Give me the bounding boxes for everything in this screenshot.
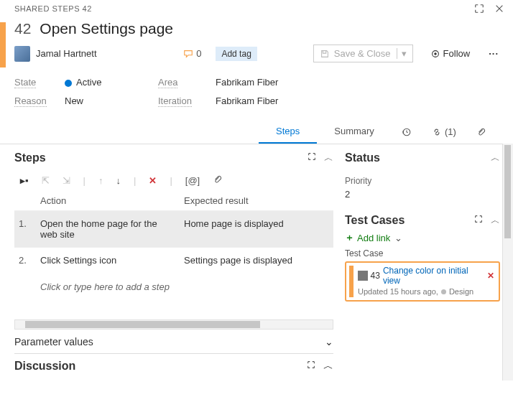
tab-history[interactable]	[392, 120, 422, 144]
col-expected: Expected result	[184, 195, 249, 206]
add-link-button[interactable]: ＋ Add link ⌄	[345, 231, 500, 244]
expand-icon[interactable]	[473, 214, 484, 227]
avatar	[14, 46, 30, 62]
linked-updated: Updated 15 hours ago,	[358, 287, 438, 296]
test-cases-heading: Test Cases	[345, 214, 405, 227]
horizontal-scrollbar[interactable]	[14, 319, 333, 330]
move-up-icon[interactable]: ↑	[98, 175, 103, 186]
breadcrumb: SHARED STEPS 42	[14, 4, 92, 13]
attach-icon[interactable]	[213, 174, 223, 187]
collapse-icon[interactable]: ︿	[323, 360, 333, 373]
add-step-placeholder[interactable]: Click or type here to add a step	[14, 273, 333, 301]
reason-label: Reason	[14, 95, 47, 107]
parameter-values-heading[interactable]: Parameter values	[14, 336, 93, 347]
comment-icon[interactable]: 0	[183, 48, 201, 59]
state-label: State	[14, 77, 36, 88]
avatar	[358, 271, 368, 281]
area-field[interactable]: Fabrikam Fiber	[216, 77, 359, 88]
insert-shared-icon[interactable]: ⇱	[42, 175, 50, 186]
reason-field[interactable]: New	[65, 95, 158, 107]
assignee-field[interactable]: Jamal Hartnett	[36, 48, 97, 59]
plus-icon: ＋	[345, 231, 354, 244]
move-down-icon[interactable]: ↓	[116, 175, 121, 186]
vertical-scrollbar[interactable]	[502, 144, 513, 381]
area-label: Area	[158, 77, 177, 88]
more-actions-icon[interactable]: ···	[486, 48, 502, 59]
create-shared-icon[interactable]: ⇲	[63, 175, 70, 186]
tab-summary[interactable]: Summary	[317, 120, 392, 144]
chevron-down-icon[interactable]: ⌄	[394, 233, 402, 243]
step-row[interactable]: 1. Open the home page for the web site H…	[14, 210, 333, 247]
workitem-title[interactable]: Open Settings page	[40, 20, 173, 37]
col-action: Action	[40, 195, 184, 206]
chevron-down-icon[interactable]: ⌄	[325, 336, 333, 347]
priority-field[interactable]: 2	[345, 189, 500, 200]
chevron-down-icon[interactable]: ▾	[397, 48, 407, 59]
delete-step-icon[interactable]: ✕	[149, 175, 157, 186]
iteration-field[interactable]: Fabrikam Fiber	[216, 95, 359, 107]
state-dot-icon	[441, 289, 446, 294]
test-case-label: Test Case	[345, 248, 500, 258]
linked-test-case-card[interactable]: 43 Change color on initial view ✕ Update…	[345, 261, 500, 302]
iteration-label: Iteration	[158, 95, 192, 107]
status-heading: Status	[345, 151, 380, 164]
state-field[interactable]: Active	[65, 77, 158, 88]
priority-label: Priority	[345, 176, 500, 186]
expand-icon[interactable]	[307, 151, 317, 164]
collapse-icon[interactable]: ︿	[324, 151, 333, 164]
steps-heading: Steps	[14, 151, 46, 164]
tab-links[interactable]: (1)	[422, 120, 466, 144]
comment-count: 0	[196, 48, 201, 59]
insert-step-icon[interactable]: ▸▪	[20, 175, 29, 186]
workitem-id: 42	[14, 20, 31, 37]
expand-icon[interactable]	[306, 360, 316, 373]
save-close-button[interactable]: Save & Close ▾	[313, 45, 413, 62]
linked-state: Design	[449, 287, 473, 296]
remove-link-icon[interactable]: ✕	[487, 271, 494, 281]
close-icon[interactable]	[494, 4, 504, 14]
tab-steps[interactable]: Steps	[259, 120, 317, 144]
fullscreen-icon[interactable]	[474, 4, 484, 14]
tab-attachments[interactable]	[466, 120, 496, 144]
collapse-icon[interactable]: ︿	[491, 151, 500, 164]
svg-point-1	[434, 52, 437, 55]
step-row[interactable]: 2. Click Settings icon Settings page is …	[14, 247, 333, 273]
param-icon[interactable]: [@]	[185, 175, 200, 186]
add-tag-button[interactable]: Add tag	[216, 47, 256, 61]
collapse-icon[interactable]: ︿	[491, 214, 500, 227]
linked-id: 43	[371, 271, 380, 281]
linked-title-link[interactable]: Change color on initial view	[383, 266, 484, 286]
follow-button[interactable]: Follow	[430, 48, 471, 59]
discussion-heading: Discussion	[14, 360, 75, 373]
